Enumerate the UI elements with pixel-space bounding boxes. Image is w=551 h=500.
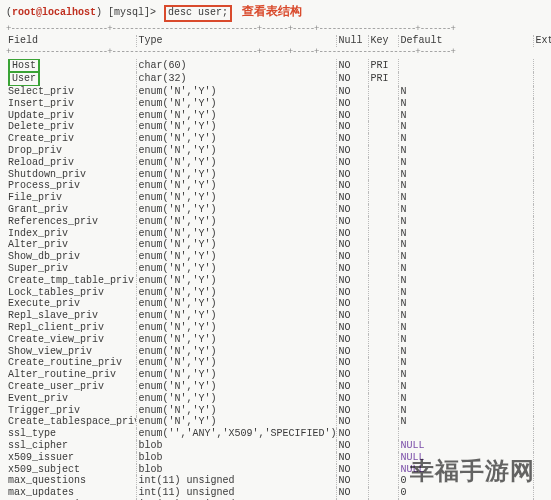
cell-type: enum('N','Y') [136,133,336,145]
cell-field: Super_priv [6,263,136,275]
cell-type: enum('N','Y') [136,369,336,381]
table-row: Create_tmp_table_privenum('N','Y')NON [6,275,551,287]
table-row: Event_privenum('N','Y')NON [6,393,551,405]
cell-field: Insert_priv [6,98,136,110]
cell-default: N [398,322,533,334]
cell-type: enum('N','Y') [136,98,336,110]
cell-null: NO [336,393,368,405]
cell-default: N [398,393,533,405]
cell-extra [533,204,551,216]
cell-key [368,452,398,464]
cell-extra [533,487,551,499]
cell-extra [533,464,551,476]
table-row: Repl_client_privenum('N','Y')NON [6,322,551,334]
cell-extra [533,157,551,169]
cell-default [398,428,533,440]
cell-type: enum('N','Y') [136,393,336,405]
cell-default: N [398,263,533,275]
cell-default: N [398,110,533,122]
table-row: x509_subjectblobNONULL [6,464,551,476]
cell-key [368,263,398,275]
cell-field: Trigger_priv [6,405,136,417]
cell-extra [533,357,551,369]
cell-extra [533,440,551,452]
table-row: Create_routine_privenum('N','Y')NON [6,357,551,369]
cell-extra [533,287,551,299]
command-text: desc user; [168,7,228,18]
table-row: Create_view_privenum('N','Y')NON [6,334,551,346]
cell-extra [533,416,551,428]
cell-null: NO [336,452,368,464]
cell-default: N [398,145,533,157]
cell-null: NO [336,263,368,275]
cell-extra [533,216,551,228]
cell-type: enum('N','Y') [136,357,336,369]
cell-default: N [398,405,533,417]
cell-extra [533,169,551,181]
cell-default: N [398,416,533,428]
table-row: Create_user_privenum('N','Y')NON [6,381,551,393]
cell-field: Host [6,59,136,73]
cell-default: N [398,180,533,192]
table-row: Select_privenum('N','Y')NON [6,86,551,98]
cell-null: NO [336,121,368,133]
table-row: Index_privenum('N','Y')NON [6,228,551,240]
table-row: Alter_routine_privenum('N','Y')NON [6,369,551,381]
table-row: File_privenum('N','Y')NON [6,192,551,204]
cell-default: N [398,251,533,263]
separator-mid: +----------------------+----------------… [6,47,545,58]
cell-type: enum('N','Y') [136,192,336,204]
table-row: Lock_tables_privenum('N','Y')NON [6,287,551,299]
cell-type: blob [136,464,336,476]
table-row: Execute_privenum('N','Y')NON [6,298,551,310]
cell-null: NO [336,440,368,452]
cell-default: N [398,133,533,145]
cell-default: N [398,121,533,133]
cell-null: NO [336,334,368,346]
cell-field: Execute_priv [6,298,136,310]
cell-null: NO [336,346,368,358]
cell-type: enum('N','Y') [136,180,336,192]
user-host: root@localhost [12,7,96,18]
cell-extra [533,251,551,263]
cell-key [368,440,398,452]
cell-default [398,59,533,73]
cell-key [368,216,398,228]
cell-key [368,251,398,263]
cell-null: NO [336,487,368,499]
cell-field: File_priv [6,192,136,204]
cell-null: NO [336,59,368,73]
cell-field: Repl_slave_priv [6,310,136,322]
cell-default: 0 [398,487,533,499]
header-default: Default [398,35,533,48]
cell-null: NO [336,110,368,122]
cell-null: NO [336,216,368,228]
cell-null: NO [336,310,368,322]
cell-null: NO [336,133,368,145]
cell-null: NO [336,298,368,310]
header-type: Type [136,35,336,48]
cell-extra [533,72,551,86]
cell-field: User [6,72,136,86]
cell-field: max_updates [6,487,136,499]
desc-table: Field Type Null Key Default Extra [6,35,551,48]
annotation-text: 查看表结构 [242,4,302,19]
cell-field: Event_priv [6,393,136,405]
cell-type: char(60) [136,59,336,73]
table-row: Update_privenum('N','Y')NON [6,110,551,122]
highlight-box: Host [8,59,40,73]
cell-default: N [398,216,533,228]
cell-null: NO [336,239,368,251]
cell-key [368,393,398,405]
cell-extra [533,393,551,405]
cell-extra [533,428,551,440]
table-row: Shutdown_privenum('N','Y')NON [6,169,551,181]
table-row: x509_issuerblobNONULL [6,452,551,464]
table-row: Repl_slave_privenum('N','Y')NON [6,310,551,322]
cell-extra [533,59,551,73]
cell-type: enum('N','Y') [136,239,336,251]
cell-extra [533,405,551,417]
cell-default: 0 [398,475,533,487]
cell-field: Create_tmp_table_priv [6,275,136,287]
cell-key [368,287,398,299]
